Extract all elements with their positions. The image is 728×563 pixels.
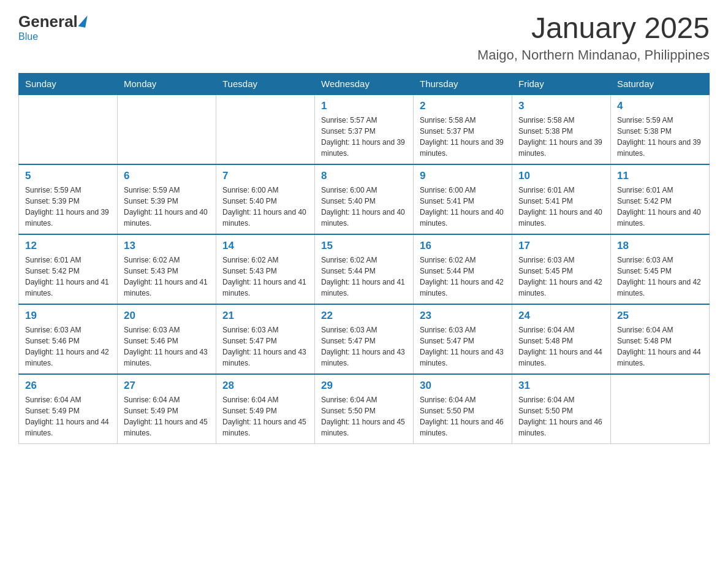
day-info: Sunrise: 6:01 AM Sunset: 5:42 PM Dayligh… [25, 255, 111, 299]
calendar-cell: 28Sunrise: 6:04 AM Sunset: 5:49 PM Dayli… [216, 374, 315, 444]
title-block: January 2025 Maigo, Northern Mindanao, P… [477, 12, 710, 63]
page-header: General Blue January 2025 Maigo, Norther… [18, 12, 710, 63]
day-number: 14 [222, 240, 308, 252]
calendar-cell: 23Sunrise: 6:03 AM Sunset: 5:47 PM Dayli… [414, 304, 512, 374]
calendar-cell: 22Sunrise: 6:03 AM Sunset: 5:47 PM Dayli… [315, 304, 414, 374]
day-number: 23 [420, 310, 506, 322]
day-info: Sunrise: 5:58 AM Sunset: 5:38 PM Dayligh… [518, 115, 604, 159]
calendar-cell: 4Sunrise: 5:59 AM Sunset: 5:38 PM Daylig… [611, 94, 710, 164]
day-number: 17 [518, 240, 604, 252]
day-number: 6 [124, 170, 210, 182]
week-row-4: 19Sunrise: 6:03 AM Sunset: 5:46 PM Dayli… [19, 304, 710, 374]
calendar-cell: 20Sunrise: 6:03 AM Sunset: 5:46 PM Dayli… [118, 304, 216, 374]
logo: General Blue [18, 12, 86, 42]
calendar-cell: 18Sunrise: 6:03 AM Sunset: 5:45 PM Dayli… [611, 234, 710, 304]
day-number: 10 [518, 170, 604, 182]
day-number: 11 [617, 170, 703, 182]
day-info: Sunrise: 6:02 AM Sunset: 5:44 PM Dayligh… [321, 255, 407, 299]
day-number: 28 [222, 380, 308, 392]
calendar-cell: 26Sunrise: 6:04 AM Sunset: 5:49 PM Dayli… [19, 374, 118, 444]
day-info: Sunrise: 5:59 AM Sunset: 5:39 PM Dayligh… [124, 185, 210, 229]
week-row-1: 1Sunrise: 5:57 AM Sunset: 5:37 PM Daylig… [19, 94, 710, 164]
day-number: 5 [25, 170, 111, 182]
day-info: Sunrise: 6:00 AM Sunset: 5:40 PM Dayligh… [222, 185, 308, 229]
day-info: Sunrise: 6:03 AM Sunset: 5:47 PM Dayligh… [222, 324, 308, 369]
calendar-cell [118, 94, 216, 164]
calendar-cell: 8Sunrise: 6:00 AM Sunset: 5:40 PM Daylig… [315, 164, 414, 234]
day-info: Sunrise: 6:03 AM Sunset: 5:45 PM Dayligh… [617, 255, 703, 299]
day-info: Sunrise: 6:01 AM Sunset: 5:41 PM Dayligh… [518, 185, 604, 229]
calendar-cell: 14Sunrise: 6:02 AM Sunset: 5:43 PM Dayli… [216, 234, 315, 304]
day-number: 24 [518, 310, 604, 322]
day-number: 31 [518, 380, 604, 392]
week-row-2: 5Sunrise: 5:59 AM Sunset: 5:39 PM Daylig… [19, 164, 710, 234]
calendar-cell [216, 94, 315, 164]
calendar-cell [19, 94, 118, 164]
day-info: Sunrise: 6:00 AM Sunset: 5:40 PM Dayligh… [321, 185, 407, 229]
day-number: 21 [222, 310, 308, 322]
calendar-cell [611, 374, 710, 444]
calendar-cell: 1Sunrise: 5:57 AM Sunset: 5:37 PM Daylig… [315, 94, 414, 164]
weekday-header-tuesday: Tuesday [216, 73, 315, 94]
day-number: 13 [124, 240, 210, 252]
calendar-cell: 30Sunrise: 6:04 AM Sunset: 5:50 PM Dayli… [414, 374, 512, 444]
day-info: Sunrise: 5:58 AM Sunset: 5:37 PM Dayligh… [420, 115, 506, 159]
day-number: 26 [25, 380, 111, 392]
weekday-header-monday: Monday [118, 73, 216, 94]
day-info: Sunrise: 6:04 AM Sunset: 5:50 PM Dayligh… [518, 394, 604, 439]
day-info: Sunrise: 6:03 AM Sunset: 5:46 PM Dayligh… [124, 324, 210, 369]
weekday-header-saturday: Saturday [611, 73, 710, 94]
weekday-header-row: SundayMondayTuesdayWednesdayThursdayFrid… [19, 73, 710, 94]
day-number: 19 [25, 310, 111, 322]
weekday-header-sunday: Sunday [19, 73, 118, 94]
calendar-cell: 29Sunrise: 6:04 AM Sunset: 5:50 PM Dayli… [315, 374, 414, 444]
calendar-cell: 10Sunrise: 6:01 AM Sunset: 5:41 PM Dayli… [512, 164, 611, 234]
day-number: 20 [124, 310, 210, 322]
calendar-table: SundayMondayTuesdayWednesdayThursdayFrid… [18, 73, 710, 444]
calendar-cell: 25Sunrise: 6:04 AM Sunset: 5:48 PM Dayli… [611, 304, 710, 374]
day-info: Sunrise: 6:03 AM Sunset: 5:46 PM Dayligh… [25, 324, 111, 369]
day-number: 22 [321, 310, 407, 322]
day-info: Sunrise: 6:02 AM Sunset: 5:43 PM Dayligh… [222, 255, 308, 299]
day-info: Sunrise: 6:03 AM Sunset: 5:47 PM Dayligh… [321, 324, 407, 369]
day-info: Sunrise: 6:04 AM Sunset: 5:49 PM Dayligh… [25, 394, 111, 439]
day-number: 15 [321, 240, 407, 252]
day-number: 18 [617, 240, 703, 252]
month-title: January 2025 [477, 12, 710, 45]
weekday-header-friday: Friday [512, 73, 611, 94]
day-number: 30 [420, 380, 506, 392]
day-info: Sunrise: 6:04 AM Sunset: 5:49 PM Dayligh… [124, 394, 210, 439]
day-info: Sunrise: 5:59 AM Sunset: 5:38 PM Dayligh… [617, 115, 703, 159]
weekday-header-thursday: Thursday [414, 73, 512, 94]
day-info: Sunrise: 6:04 AM Sunset: 5:50 PM Dayligh… [321, 394, 407, 439]
calendar-body: 1Sunrise: 5:57 AM Sunset: 5:37 PM Daylig… [19, 94, 710, 444]
calendar-cell: 7Sunrise: 6:00 AM Sunset: 5:40 PM Daylig… [216, 164, 315, 234]
calendar-cell: 15Sunrise: 6:02 AM Sunset: 5:44 PM Dayli… [315, 234, 414, 304]
day-number: 2 [420, 100, 506, 112]
day-number: 12 [25, 240, 111, 252]
day-number: 3 [518, 100, 604, 112]
calendar-cell: 11Sunrise: 6:01 AM Sunset: 5:42 PM Dayli… [611, 164, 710, 234]
day-number: 7 [222, 170, 308, 182]
calendar-cell: 31Sunrise: 6:04 AM Sunset: 5:50 PM Dayli… [512, 374, 611, 444]
calendar-cell: 16Sunrise: 6:02 AM Sunset: 5:44 PM Dayli… [414, 234, 512, 304]
weekday-header-wednesday: Wednesday [315, 73, 414, 94]
logo-blue-text: Blue [18, 31, 38, 42]
week-row-3: 12Sunrise: 6:01 AM Sunset: 5:42 PM Dayli… [19, 234, 710, 304]
day-number: 8 [321, 170, 407, 182]
day-info: Sunrise: 6:03 AM Sunset: 5:47 PM Dayligh… [420, 324, 506, 369]
day-info: Sunrise: 6:04 AM Sunset: 5:48 PM Dayligh… [518, 324, 604, 369]
calendar-cell: 3Sunrise: 5:58 AM Sunset: 5:38 PM Daylig… [512, 94, 611, 164]
calendar-cell: 27Sunrise: 6:04 AM Sunset: 5:49 PM Dayli… [118, 374, 216, 444]
calendar-cell: 24Sunrise: 6:04 AM Sunset: 5:48 PM Dayli… [512, 304, 611, 374]
calendar-cell: 5Sunrise: 5:59 AM Sunset: 5:39 PM Daylig… [19, 164, 118, 234]
day-number: 25 [617, 310, 703, 322]
day-info: Sunrise: 5:57 AM Sunset: 5:37 PM Dayligh… [321, 115, 407, 159]
day-number: 9 [420, 170, 506, 182]
day-info: Sunrise: 6:04 AM Sunset: 5:50 PM Dayligh… [420, 394, 506, 439]
calendar-cell: 13Sunrise: 6:02 AM Sunset: 5:43 PM Dayli… [118, 234, 216, 304]
calendar-cell: 19Sunrise: 6:03 AM Sunset: 5:46 PM Dayli… [19, 304, 118, 374]
day-info: Sunrise: 6:03 AM Sunset: 5:45 PM Dayligh… [518, 255, 604, 299]
calendar-cell: 12Sunrise: 6:01 AM Sunset: 5:42 PM Dayli… [19, 234, 118, 304]
day-number: 27 [124, 380, 210, 392]
